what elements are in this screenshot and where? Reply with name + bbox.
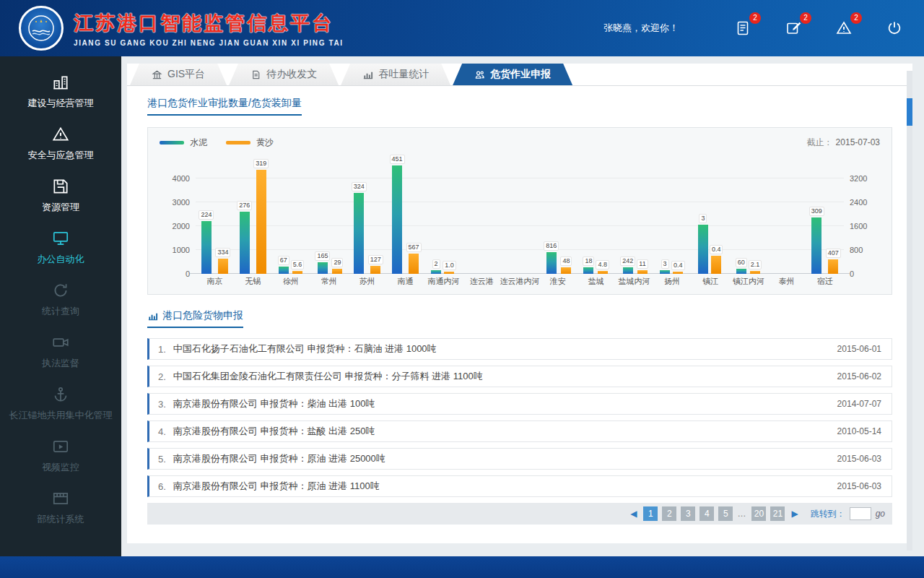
page-button[interactable]: 21: [770, 506, 785, 521]
footer-bar: [0, 556, 924, 578]
tab-dangerous-cargo[interactable]: 危货作业申报: [453, 64, 572, 85]
row-date: 2014-07-07: [837, 399, 881, 409]
bar-value-label: 309: [809, 207, 824, 216]
bar-group: 184.8盐城: [577, 152, 615, 288]
legend-label: 水泥: [190, 137, 207, 149]
left-axis-tick: 1000: [161, 246, 190, 254]
sidebar-item-video-monitoring[interactable]: 视频监控: [0, 429, 121, 481]
logo: [19, 6, 64, 51]
category-label: 盐城: [588, 274, 604, 288]
tab-label: 待办收发文: [266, 68, 317, 81]
sidebar-item-office-automation[interactable]: 办公自动化: [0, 221, 121, 273]
building-icon: [6, 73, 116, 92]
report-row[interactable]: 2.中国石化集团金陵石油化工有限责任公司 申报货种：分子筛料 进港 1100吨2…: [147, 366, 892, 387]
scrollbar-thumb[interactable]: [907, 98, 912, 126]
bar-value-label: 816: [544, 241, 559, 251]
list-section-link[interactable]: 港口危险货物申报: [147, 309, 243, 328]
go-button[interactable]: go: [876, 509, 885, 519]
jump-input[interactable]: [850, 507, 871, 520]
category-label: 南京: [206, 274, 222, 288]
prev-page-button[interactable]: ◀: [628, 509, 639, 519]
sidebar-item-anchorage-management[interactable]: 长江锚地共用集中化管理: [0, 377, 121, 429]
report-row[interactable]: 6.南京港股份有限公司 申报货种：原油 进港 1100吨2015-06-03: [147, 475, 892, 497]
report-row[interactable]: 1.中国石化扬子石油化工有限公司 申报货种：石脑油 进港 1000吨2015-0…: [147, 338, 892, 360]
sidebar-item-label: 资源管理: [6, 201, 116, 213]
sidebar-item-law-enforcement[interactable]: 执法监督: [0, 325, 121, 377]
page-button[interactable]: 5: [718, 506, 733, 521]
category-label: 宿迁: [817, 274, 833, 288]
bar-value-label: 0.4: [710, 245, 723, 254]
next-page-button[interactable]: ▶: [789, 509, 800, 519]
power-button-icon: [886, 20, 903, 37]
category-label: 泰州: [779, 274, 795, 288]
app-title: 江苏港口智能监管信息平台: [74, 10, 344, 36]
alert-icon[interactable]: 2: [833, 17, 855, 39]
tab-throughput-stats[interactable]: 吞吐量统计: [341, 64, 450, 85]
chart-section-link[interactable]: 港口危货作业审批数量/危货装卸量: [147, 97, 302, 116]
row-date: 2015-06-02: [837, 371, 881, 381]
category-label: 扬州: [664, 274, 680, 288]
cement-swatch-icon: [160, 141, 184, 144]
row-text: 中国石化扬子石油化工有限公司 申报货种：石脑油 进港 1000吨: [173, 342, 437, 355]
bar-value-label: 3: [661, 259, 669, 269]
right-axis-tick: 0: [850, 269, 879, 278]
bar-group: 675.6徐州: [272, 152, 310, 288]
category-label: 盐城内河: [619, 274, 650, 288]
report-row[interactable]: 3.南京港股份有限公司 申报货种：柴油 出港 100吨2014-07-07: [147, 393, 892, 415]
cement-bar: [811, 217, 821, 274]
video-play-icon: [6, 437, 116, 456]
sidebar-item-label: 建设与经营管理: [6, 97, 116, 109]
sand-swatch-icon: [226, 141, 250, 144]
bar-value-label: 18: [583, 256, 594, 266]
page-button[interactable]: 4: [699, 506, 714, 521]
compose-icon[interactable]: 2: [783, 17, 804, 39]
right-axis-tick: 2400: [850, 198, 879, 207]
tab-gis[interactable]: GIS平台: [130, 64, 227, 85]
document-icon: [734, 20, 751, 37]
left-axis-tick: 2000: [161, 222, 190, 230]
row-date: 2015-06-01: [837, 344, 881, 354]
as-of-date: 截止：2015-07-03: [807, 137, 880, 149]
page-button[interactable]: 20: [751, 506, 766, 521]
sidebar-item-construction[interactable]: 建设与经营管理: [0, 65, 121, 117]
row-index: 4.: [158, 426, 166, 437]
bar-group: 24211盐城内河: [615, 152, 653, 288]
report-row[interactable]: 5.南京港股份有限公司 申报货种：原油 进港 25000吨2015-06-03: [147, 448, 892, 470]
category-label: 苏州: [359, 274, 375, 288]
sand-bar: [409, 254, 419, 274]
sidebar-item-label: 长江锚地共用集中化管理: [6, 409, 116, 421]
power-icon[interactable]: [884, 17, 905, 39]
bar-group: 30.4扬州: [653, 152, 692, 288]
bar-value-label: 407: [826, 249, 841, 258]
memo-badge: 2: [749, 12, 761, 24]
app-subtitle: JIANG SU GANG KOU ZHI NENG JIAN GUAN XIN…: [74, 39, 344, 47]
page-button[interactable]: 3: [681, 506, 695, 521]
sidebar-item-statistics-query[interactable]: 统计查询: [0, 273, 121, 325]
bar-value-label: 0.4: [671, 261, 685, 270]
memo-icon[interactable]: 2: [732, 17, 754, 39]
monitor-icon: [6, 229, 116, 248]
logo-emblem-icon: [27, 14, 56, 43]
bar-value-label: 324: [352, 182, 367, 191]
report-row[interactable]: 4.南京港股份有限公司 申报货种：盐酸 出港 250吨2010-05-14: [147, 420, 892, 442]
page-ellipsis: …: [737, 509, 747, 519]
sidebar-item-ministry-statistics[interactable]: 部统计系统: [0, 481, 121, 533]
sidebar-item-label: 部统计系统: [6, 513, 116, 525]
sand-bar: [218, 259, 228, 274]
tab-todo-documents[interactable]: 待办收发文: [229, 64, 339, 85]
scrollbar-track[interactable]: [907, 71, 912, 551]
page-button[interactable]: 2: [662, 506, 676, 521]
main-area: GIS平台 待办收发文 吞吐量统计: [121, 56, 924, 556]
sidebar-item-resources[interactable]: 资源管理: [0, 169, 121, 221]
warning-icon: [6, 125, 116, 144]
category-label: 徐州: [283, 274, 299, 288]
bar-value-label: 242: [620, 256, 635, 266]
chart-section-title: 港口危货作业审批数量/危货装卸量: [147, 97, 302, 110]
bar-value-label: 5.6: [291, 260, 305, 269]
sidebar-item-safety[interactable]: 安全与应急管理: [0, 117, 121, 169]
page-button[interactable]: 1: [643, 506, 658, 521]
row-index: 5.: [158, 454, 166, 465]
category-label: 南通内河: [427, 274, 459, 288]
content-card: GIS平台 待办收发文 吞吐量统计: [127, 64, 912, 543]
row-text: 南京港股份有限公司 申报货种：盐酸 出港 250吨: [173, 425, 375, 438]
